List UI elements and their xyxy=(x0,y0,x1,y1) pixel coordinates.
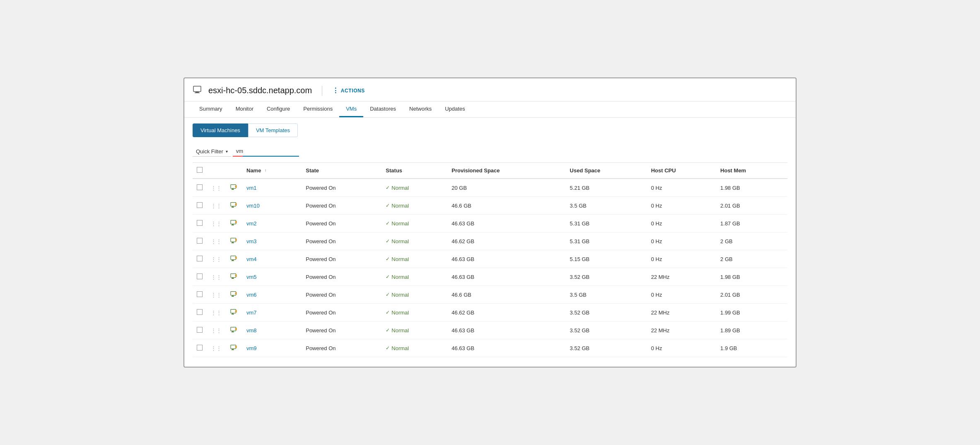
row-checkbox[interactable] xyxy=(197,256,203,261)
row-checkbox-cell xyxy=(193,286,207,304)
status-badge: ✓ Normal xyxy=(386,203,443,209)
row-name-cell: vm4 xyxy=(242,250,302,268)
row-icon-cell xyxy=(226,286,242,304)
quick-filter-label: Quick Filter xyxy=(196,148,223,155)
select-all-checkbox[interactable] xyxy=(197,167,203,173)
row-cpu-cell: 0 Hz xyxy=(647,179,716,197)
vm-name-link[interactable]: vm7 xyxy=(246,310,257,316)
status-text: Normal xyxy=(391,203,409,209)
vm-name-link[interactable]: vm10 xyxy=(246,203,260,209)
status-badge: ✓ Normal xyxy=(386,345,443,351)
svg-rect-0 xyxy=(193,86,201,92)
col-provisioned-space[interactable]: Provisioned Space xyxy=(447,163,565,179)
tab-networks[interactable]: Networks xyxy=(403,102,438,117)
col-status[interactable]: Status xyxy=(381,163,447,179)
col-state[interactable]: State xyxy=(302,163,381,179)
quick-filter-button[interactable]: Quick Filter ▾ xyxy=(193,147,231,157)
row-name-cell: vm8 xyxy=(242,322,302,339)
table-row: ⋮⋮ vm9 Powered On ✓ Normal 46.63 GB 3.52 xyxy=(193,339,787,357)
row-checkbox[interactable] xyxy=(197,327,203,333)
row-checkbox[interactable] xyxy=(197,184,203,190)
status-check-icon: ✓ xyxy=(386,345,390,351)
table-row: ⋮⋮ vm5 Powered On ✓ Normal 46.63 GB 3.52 xyxy=(193,268,787,286)
row-checkbox[interactable] xyxy=(197,309,203,315)
tab-datastores[interactable]: Datastores xyxy=(363,102,403,117)
vm-name-link[interactable]: vm5 xyxy=(246,274,257,280)
vm-icon xyxy=(230,343,238,352)
vm-name-link[interactable]: vm3 xyxy=(246,238,257,244)
filter-input[interactable] xyxy=(233,146,299,157)
table-row: ⋮⋮ vm10 Powered On ✓ Normal 46.6 GB 3.5 … xyxy=(193,197,787,215)
vm-name-link[interactable]: vm1 xyxy=(246,185,257,191)
status-text: Normal xyxy=(391,256,409,262)
drag-handle-icon[interactable]: ⋮⋮ xyxy=(211,274,222,280)
status-text: Normal xyxy=(391,274,409,280)
row-checkbox[interactable] xyxy=(197,238,203,244)
vm-icon xyxy=(230,183,238,191)
vm-icon xyxy=(230,254,238,263)
sub-tab-vm-templates[interactable]: VM Templates xyxy=(248,123,298,137)
row-drag-cell: ⋮⋮ xyxy=(207,322,226,339)
tab-monitor[interactable]: Monitor xyxy=(229,102,260,117)
row-state-cell: Powered On xyxy=(302,322,381,339)
vm-name-link[interactable]: vm2 xyxy=(246,220,257,227)
drag-handle-icon[interactable]: ⋮⋮ xyxy=(211,238,222,244)
row-cpu-cell: 22 MHz xyxy=(647,322,716,339)
row-status-cell: ✓ Normal xyxy=(381,322,447,339)
row-provisioned-cell: 46.6 GB xyxy=(447,197,565,215)
table-row: ⋮⋮ vm3 Powered On ✓ Normal 46.62 GB 5.31 xyxy=(193,232,787,250)
row-checkbox[interactable] xyxy=(197,273,203,279)
drag-handle-icon[interactable]: ⋮⋮ xyxy=(211,220,222,227)
row-checkbox[interactable] xyxy=(197,202,203,208)
vm-icon xyxy=(230,308,238,316)
vm-name-link[interactable]: vm4 xyxy=(246,256,257,262)
drag-handle-icon[interactable]: ⋮⋮ xyxy=(211,310,222,316)
filter-underline xyxy=(233,156,243,157)
row-state-cell: Powered On xyxy=(302,250,381,268)
row-drag-cell: ⋮⋮ xyxy=(207,215,226,232)
row-state-cell: Powered On xyxy=(302,304,381,322)
col-name[interactable]: Name ↑ xyxy=(242,163,302,179)
row-provisioned-cell: 46.63 GB xyxy=(447,268,565,286)
drag-handle-icon[interactable]: ⋮⋮ xyxy=(211,256,222,262)
tab-permissions[interactable]: Permissions xyxy=(297,102,339,117)
vm-name-link[interactable]: vm6 xyxy=(246,292,257,298)
vm-name-link[interactable]: vm8 xyxy=(246,327,257,334)
tab-configure[interactable]: Configure xyxy=(260,102,297,117)
drag-handle-icon[interactable]: ⋮⋮ xyxy=(211,327,222,334)
drag-handle-icon[interactable]: ⋮⋮ xyxy=(211,345,222,351)
row-status-cell: ✓ Normal xyxy=(381,339,447,357)
row-checkbox-cell xyxy=(193,232,207,250)
sub-tab-virtual-machines[interactable]: Virtual Machines xyxy=(193,123,248,137)
table-row: ⋮⋮ vm7 Powered On ✓ Normal 46.62 GB 3.52 xyxy=(193,304,787,322)
col-host-mem[interactable]: Host Mem xyxy=(716,163,787,179)
status-check-icon: ✓ xyxy=(386,292,390,297)
status-badge: ✓ Normal xyxy=(386,256,443,262)
row-name-cell: vm9 xyxy=(242,339,302,357)
row-mem-cell: 1.98 GB xyxy=(716,268,787,286)
drag-col xyxy=(207,163,226,179)
nav-tabs: Summary Monitor Configure Permissions VM… xyxy=(184,102,796,118)
drag-handle-icon[interactable]: ⋮⋮ xyxy=(211,292,222,298)
sub-tabs: Virtual Machines VM Templates xyxy=(184,118,796,143)
row-state-cell: Powered On xyxy=(302,232,381,250)
drag-handle-icon[interactable]: ⋮⋮ xyxy=(211,185,222,191)
tab-updates[interactable]: Updates xyxy=(438,102,471,117)
vm-name-link[interactable]: vm9 xyxy=(246,345,257,351)
row-checkbox[interactable] xyxy=(197,291,203,297)
row-name-cell: vm5 xyxy=(242,268,302,286)
status-text: Normal xyxy=(391,327,409,334)
row-checkbox[interactable] xyxy=(197,345,203,351)
tab-vms[interactable]: VMs xyxy=(339,102,363,117)
tab-summary[interactable]: Summary xyxy=(193,102,229,117)
col-host-cpu[interactable]: Host CPU xyxy=(647,163,716,179)
actions-button[interactable]: ⋮ ACTIONS xyxy=(332,87,365,94)
col-used-space[interactable]: Used Space xyxy=(566,163,647,179)
row-status-cell: ✓ Normal xyxy=(381,232,447,250)
header: esxi-hc-05.sddc.netapp.com ⋮ ACTIONS xyxy=(184,78,796,102)
row-used-cell: 3.5 GB xyxy=(566,286,647,304)
host-title: esxi-hc-05.sddc.netapp.com xyxy=(208,86,312,95)
status-check-icon: ✓ xyxy=(386,203,390,208)
drag-handle-icon[interactable]: ⋮⋮ xyxy=(211,203,222,209)
row-checkbox[interactable] xyxy=(197,220,203,226)
